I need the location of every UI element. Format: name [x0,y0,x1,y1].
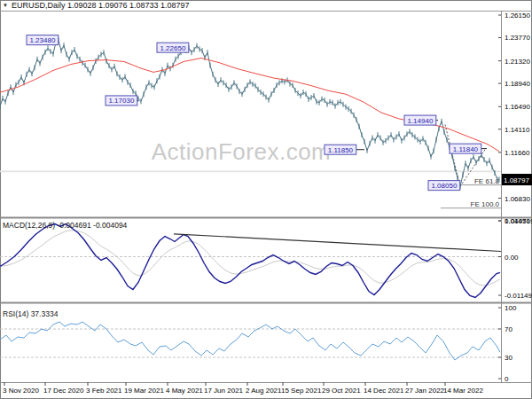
symbol-ohlc-title: EURUSD,Daily 1.09028 1.09076 1.08733 1.0… [12,1,190,10]
price-axis-label: 1.26150 [505,12,530,20]
date-axis-label: 19 Mar 2021 [124,387,164,395]
price-callout-label: 1.23480 [29,36,55,44]
macd-axis-label: 0.00 [505,254,519,262]
price-axis-label: 1.14110 [505,126,530,134]
macd-line [0,224,500,298]
date-axis-label: 14 Mar 2022 [443,387,483,395]
date-axis-label: 17 Jun 2021 [204,387,244,395]
macd-axis-label: -0.011499 [505,292,532,300]
price-axis-label: 1.23770 [505,34,530,42]
price-bar-ticks [0,38,499,190]
price-callout-label: 1.11840 [453,145,479,153]
price-axis-label: 1.06830 [505,195,530,203]
macd-axis-label: 0.010719 [505,217,532,225]
fib-extension-label: FE 61.8 [474,177,500,185]
price-axis-label: 1.11660 [505,149,530,157]
price-callout-label: 1.17030 [108,97,134,105]
rsi-axis-label: 30 [505,354,512,362]
macd-signal [0,231,500,286]
date-axis-label: 17 Dec 2020 [43,387,84,395]
date-axis-label: 14 Dec 2021 [364,387,404,395]
price-axis-label: 1.18940 [505,80,530,88]
date-axis-label: 2 Aug 2021 [246,387,282,395]
rsi-axis-label: 70 [505,325,512,333]
fib-extension-label: FE 100.0 [471,200,500,208]
date-axis-label: 27 Jan 2022 [405,387,445,395]
rsi-line [0,322,500,360]
rsi-axis-label: 100 [505,304,517,312]
macd-indicator-label: MACD(12,26,9) -0.004691 -0.004094 [3,221,128,230]
date-axis-label: 15 Sep 2021 [281,387,322,395]
chart-header: ▼ EURUSD,Daily 1.09028 1.09076 1.08733 1… [0,0,501,11]
date-axis-label: 3 Nov 2020 [3,387,39,395]
date-axis-label: 4 May 2021 [166,387,203,395]
rsi-axis-label: 0 [505,375,509,383]
date-axis-label: 29 Oct 2021 [322,387,361,395]
price-axis-label: 1.16490 [505,103,530,111]
price-callout-label: 1.14940 [407,117,433,125]
macd-trendline [174,234,501,252]
forex-chart-window: ▼ EURUSD,Daily 1.09028 1.09076 1.08733 1… [0,0,532,399]
generated-chart-layers: 1.261501.237701.213201.189401.164901.141… [0,1,532,399]
date-axis-label: 3 Feb 2021 [86,387,122,395]
watermark-text: ActionForex.com [152,138,332,165]
price-callout-label: 1.08050 [431,182,457,190]
rsi-indicator-label: RSI(14) 37.3334 [3,309,59,318]
collapse-chart-icon[interactable]: ▼ [3,3,8,8]
last-price-tag-label: 1.08797 [504,176,529,184]
price-axis-label: 1.21320 [505,58,530,66]
price-callout-label: 1.11850 [328,146,354,154]
moving-average [0,59,499,152]
price-callout-label: 1.22650 [160,44,185,52]
chart-canvas[interactable]: ActionForex.com 1.261501.237701.213201.1… [0,0,532,399]
